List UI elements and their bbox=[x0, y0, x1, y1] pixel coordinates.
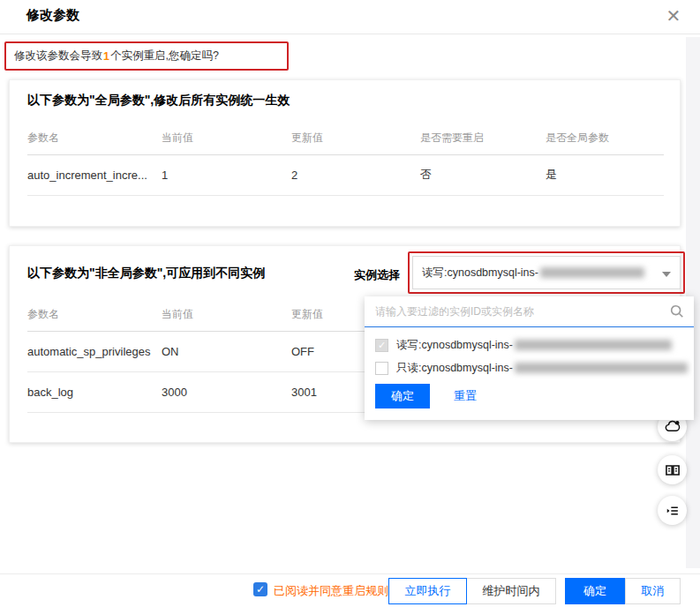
agree-restart-label: 已阅读并同意重启规则 bbox=[274, 583, 388, 599]
cell-need-restart: 否 bbox=[420, 154, 546, 195]
dropdown-option-rw[interactable]: ✓ 读写:cynosdbmysql-ins- bbox=[375, 335, 672, 355]
documentation-button[interactable] bbox=[658, 455, 687, 484]
col-is-global: 是否全局参数 bbox=[546, 123, 664, 154]
chevron-down-icon bbox=[662, 272, 671, 277]
cell-current-value: 1 bbox=[162, 154, 291, 195]
dropdown-option-label: 读写:cynosdbmysql-ins- bbox=[396, 338, 513, 353]
cell-param-name: back_log bbox=[27, 371, 162, 412]
instance-dropdown-panel: ✓ 读写:cynosdbmysql-ins- 只读:cynosdbmysql-i… bbox=[365, 296, 694, 420]
dialog-title: 修改参数 bbox=[26, 7, 79, 24]
dropdown-reset-link[interactable]: 重置 bbox=[454, 388, 477, 404]
restart-warning: 修改该参数会导致1个实例重启,您确定吗? bbox=[4, 41, 289, 71]
open-book-icon bbox=[664, 461, 681, 479]
warning-instance-count: 1 bbox=[102, 50, 110, 63]
table-row: auto_increment_incre... 1 2 否 是 bbox=[27, 154, 664, 195]
global-params-card: 以下参数为"全局参数",修改后所有实例统一生效 参数名 当前值 更新值 是否需要… bbox=[9, 79, 681, 227]
checkbox-checked-icon[interactable]: ✓ bbox=[375, 339, 388, 352]
confirm-button[interactable]: 确定 bbox=[565, 578, 625, 604]
col-param-name: 参数名 bbox=[27, 299, 162, 331]
menu-list-icon bbox=[664, 502, 681, 520]
cloud-badge-icon bbox=[664, 418, 681, 436]
col-need-restart: 是否需要重启 bbox=[420, 123, 546, 154]
col-param-name: 参数名 bbox=[27, 123, 162, 154]
close-icon[interactable]: ✕ bbox=[660, 3, 687, 29]
col-new-value: 更新值 bbox=[291, 123, 420, 154]
agree-restart-checkbox[interactable]: ✓ bbox=[253, 582, 267, 596]
global-params-title: 以下参数为"全局参数",修改后所有实例统一生效 bbox=[27, 93, 290, 109]
cell-param-name: automatic_sp_privileges bbox=[27, 331, 162, 371]
warning-text-prefix: 修改该参数会导致 bbox=[14, 49, 102, 64]
dropdown-option-label: 只读:cynosdbmysql-ins- bbox=[396, 361, 513, 376]
col-current-value: 当前值 bbox=[162, 123, 291, 154]
cell-param-name: auto_increment_incre... bbox=[27, 154, 162, 195]
dropdown-option-ro[interactable]: 只读:cynosdbmysql-ins- bbox=[375, 358, 688, 378]
header-divider bbox=[0, 34, 700, 34]
maintenance-window-button[interactable]: 维护时间内 bbox=[466, 578, 556, 604]
cancel-button[interactable]: 取消 bbox=[625, 578, 681, 604]
redacted-instance-id bbox=[515, 340, 672, 350]
footer-divider bbox=[0, 573, 700, 574]
instance-filter-input[interactable] bbox=[365, 296, 694, 327]
nonglobal-params-title: 以下参数为"非全局参数",可应用到不同实例 bbox=[27, 266, 265, 281]
cell-is-global: 是 bbox=[546, 154, 664, 195]
redacted-instance-id bbox=[515, 363, 688, 373]
table-header-row: 参数名 当前值 更新值 是否需要重启 是否全局参数 bbox=[27, 123, 664, 154]
instance-select-label: 实例选择 bbox=[354, 267, 400, 283]
menu-list-button[interactable] bbox=[658, 496, 687, 525]
global-params-table: 参数名 当前值 更新值 是否需要重启 是否全局参数 auto_increment… bbox=[27, 123, 664, 196]
execute-now-button[interactable]: 立即执行 bbox=[388, 578, 467, 604]
checkbox-unchecked-icon[interactable] bbox=[375, 362, 388, 375]
redacted-instance-id bbox=[540, 267, 644, 278]
search-icon bbox=[669, 304, 685, 319]
cell-current-value: 3000 bbox=[162, 371, 291, 412]
dropdown-confirm-button[interactable]: 确定 bbox=[375, 384, 430, 408]
instance-select-value: 读写:cynosdbmysql-ins- bbox=[422, 266, 538, 281]
cell-current-value: ON bbox=[162, 331, 291, 371]
warning-text-suffix: 个实例重启,您确定吗? bbox=[110, 49, 219, 64]
cell-new-value: 2 bbox=[291, 154, 420, 195]
instance-select[interactable]: 读写:cynosdbmysql-ins- bbox=[412, 256, 681, 289]
col-current-value: 当前值 bbox=[162, 299, 291, 331]
